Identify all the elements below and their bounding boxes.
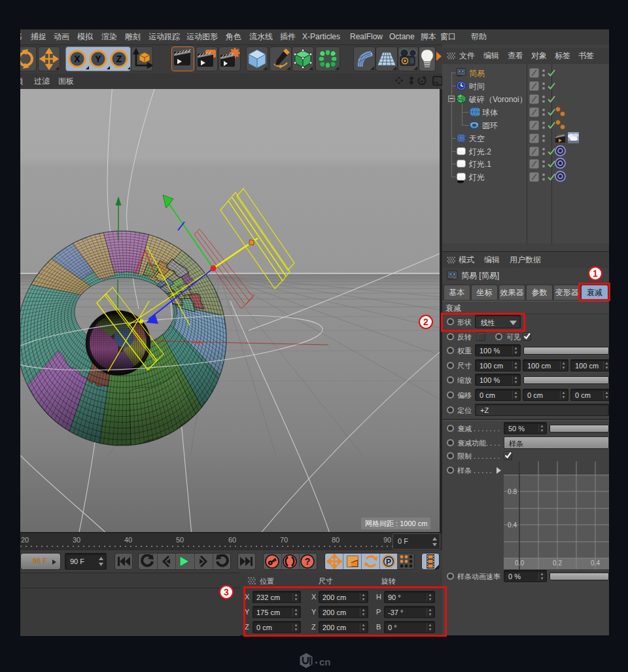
svg-text:?: ? — [305, 556, 311, 567]
svg-text:0.4: 0.4 — [591, 559, 600, 567]
svg-text:P: P — [386, 557, 391, 567]
svg-text:0.0: 0.0 — [515, 559, 524, 567]
svg-text:0.8: 0.8 — [508, 488, 517, 495]
svg-text:网格间距 : 1000 cm: 网格间距 : 1000 cm — [365, 520, 427, 527]
svg-text:cn: cn — [319, 656, 331, 667]
svg-text:Z: Z — [116, 54, 122, 64]
svg-text:0.2: 0.2 — [553, 559, 562, 567]
svg-text:0.4: 0.4 — [508, 522, 517, 529]
svg-text:Y: Y — [95, 54, 101, 64]
svg-text:X: X — [74, 54, 80, 64]
